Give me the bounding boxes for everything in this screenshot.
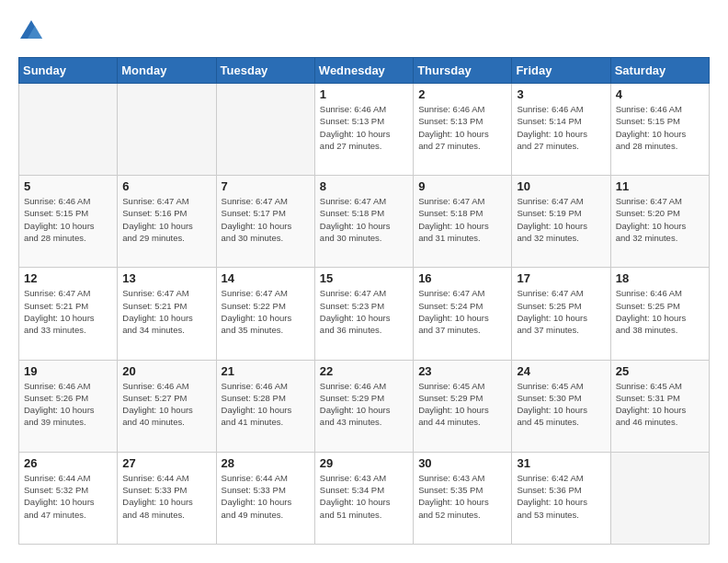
calendar-table: SundayMondayTuesdayWednesdayThursdayFrid…: [18, 57, 710, 545]
page: SundayMondayTuesdayWednesdayThursdayFrid…: [0, 0, 728, 563]
calendar-cell: 19Sunrise: 6:46 AM Sunset: 5:26 PM Dayli…: [19, 360, 118, 452]
day-number: 19: [24, 364, 112, 378]
weekday-wednesday: Wednesday: [314, 58, 413, 84]
calendar-cell: 22Sunrise: 6:46 AM Sunset: 5:29 PM Dayli…: [314, 360, 413, 452]
day-info: Sunrise: 6:46 AM Sunset: 5:15 PM Dayligh…: [616, 103, 704, 152]
day-info: Sunrise: 6:47 AM Sunset: 5:17 PM Dayligh…: [222, 195, 310, 244]
week-row-4: 19Sunrise: 6:46 AM Sunset: 5:26 PM Dayli…: [19, 360, 710, 452]
calendar-cell: 25Sunrise: 6:45 AM Sunset: 5:31 PM Dayli…: [610, 360, 709, 452]
calendar-cell: 2Sunrise: 6:46 AM Sunset: 5:13 PM Daylig…: [414, 84, 512, 176]
weekday-sunday: Sunday: [19, 58, 118, 84]
day-info: Sunrise: 6:47 AM Sunset: 5:24 PM Dayligh…: [418, 287, 506, 336]
calendar-cell: 24Sunrise: 6:45 AM Sunset: 5:30 PM Dayli…: [512, 360, 610, 452]
calendar-cell: 10Sunrise: 6:47 AM Sunset: 5:19 PM Dayli…: [512, 176, 610, 268]
day-number: 25: [616, 364, 704, 378]
calendar-cell: 1Sunrise: 6:46 AM Sunset: 5:13 PM Daylig…: [314, 84, 413, 176]
calendar-cell: 31Sunrise: 6:42 AM Sunset: 5:36 PM Dayli…: [512, 452, 610, 544]
calendar-cell: 23Sunrise: 6:45 AM Sunset: 5:29 PM Dayli…: [414, 360, 512, 452]
day-number: 22: [320, 364, 408, 378]
weekday-header-row: SundayMondayTuesdayWednesdayThursdayFrid…: [19, 58, 710, 84]
day-info: Sunrise: 6:47 AM Sunset: 5:19 PM Dayligh…: [517, 195, 605, 244]
day-info: Sunrise: 6:46 AM Sunset: 5:27 PM Dayligh…: [122, 380, 210, 429]
day-info: Sunrise: 6:42 AM Sunset: 5:36 PM Dayligh…: [517, 472, 605, 521]
day-info: Sunrise: 6:44 AM Sunset: 5:33 PM Dayligh…: [222, 472, 310, 521]
day-number: 24: [517, 364, 605, 378]
day-info: Sunrise: 6:46 AM Sunset: 5:14 PM Dayligh…: [517, 103, 605, 152]
calendar-cell: 9Sunrise: 6:47 AM Sunset: 5:18 PM Daylig…: [414, 176, 512, 268]
day-number: 15: [320, 271, 408, 285]
day-info: Sunrise: 6:46 AM Sunset: 5:15 PM Dayligh…: [24, 195, 112, 244]
day-number: 10: [517, 179, 605, 193]
calendar-cell: [118, 84, 216, 176]
calendar-cell: 6Sunrise: 6:47 AM Sunset: 5:16 PM Daylig…: [118, 176, 216, 268]
calendar-cell: 13Sunrise: 6:47 AM Sunset: 5:21 PM Dayli…: [118, 268, 216, 360]
weekday-thursday: Thursday: [414, 58, 512, 84]
calendar-cell: 5Sunrise: 6:46 AM Sunset: 5:15 PM Daylig…: [19, 176, 118, 268]
day-number: 28: [222, 456, 310, 470]
calendar-cell: 28Sunrise: 6:44 AM Sunset: 5:33 PM Dayli…: [216, 452, 314, 544]
calendar-cell: 11Sunrise: 6:47 AM Sunset: 5:20 PM Dayli…: [610, 176, 709, 268]
day-info: Sunrise: 6:47 AM Sunset: 5:25 PM Dayligh…: [517, 287, 605, 336]
day-number: 4: [616, 87, 704, 101]
day-number: 5: [24, 179, 112, 193]
calendar-cell: 18Sunrise: 6:46 AM Sunset: 5:25 PM Dayli…: [610, 268, 709, 360]
calendar-cell: 17Sunrise: 6:47 AM Sunset: 5:25 PM Dayli…: [512, 268, 610, 360]
day-number: 1: [320, 87, 408, 101]
day-info: Sunrise: 6:46 AM Sunset: 5:29 PM Dayligh…: [320, 380, 408, 429]
calendar-cell: 20Sunrise: 6:46 AM Sunset: 5:27 PM Dayli…: [118, 360, 216, 452]
calendar-cell: 8Sunrise: 6:47 AM Sunset: 5:18 PM Daylig…: [314, 176, 413, 268]
week-row-3: 12Sunrise: 6:47 AM Sunset: 5:21 PM Dayli…: [19, 268, 710, 360]
day-info: Sunrise: 6:47 AM Sunset: 5:23 PM Dayligh…: [320, 287, 408, 336]
day-number: 8: [320, 179, 408, 193]
day-info: Sunrise: 6:43 AM Sunset: 5:35 PM Dayligh…: [418, 472, 506, 521]
day-info: Sunrise: 6:46 AM Sunset: 5:13 PM Dayligh…: [320, 103, 408, 152]
day-number: 27: [122, 456, 210, 470]
calendar-cell: 21Sunrise: 6:46 AM Sunset: 5:28 PM Dayli…: [216, 360, 314, 452]
day-info: Sunrise: 6:47 AM Sunset: 5:20 PM Dayligh…: [616, 195, 704, 244]
weekday-monday: Monday: [118, 58, 216, 84]
day-info: Sunrise: 6:46 AM Sunset: 5:28 PM Dayligh…: [222, 380, 310, 429]
day-info: Sunrise: 6:45 AM Sunset: 5:31 PM Dayligh…: [616, 380, 704, 429]
day-number: 29: [320, 456, 408, 470]
day-number: 16: [418, 271, 506, 285]
calendar-cell: 16Sunrise: 6:47 AM Sunset: 5:24 PM Dayli…: [414, 268, 512, 360]
day-number: 3: [517, 87, 605, 101]
day-number: 7: [222, 179, 310, 193]
calendar-cell: 26Sunrise: 6:44 AM Sunset: 5:32 PM Dayli…: [19, 452, 118, 544]
day-info: Sunrise: 6:47 AM Sunset: 5:18 PM Dayligh…: [320, 195, 408, 244]
calendar-cell: 3Sunrise: 6:46 AM Sunset: 5:14 PM Daylig…: [512, 84, 610, 176]
logo: [18, 18, 48, 44]
day-info: Sunrise: 6:47 AM Sunset: 5:16 PM Dayligh…: [122, 195, 210, 244]
logo-icon: [18, 18, 44, 44]
day-number: 18: [616, 271, 704, 285]
day-number: 31: [517, 456, 605, 470]
day-info: Sunrise: 6:46 AM Sunset: 5:26 PM Dayligh…: [24, 380, 112, 429]
day-info: Sunrise: 6:47 AM Sunset: 5:18 PM Dayligh…: [418, 195, 506, 244]
day-number: 30: [418, 456, 506, 470]
weekday-saturday: Saturday: [610, 58, 709, 84]
day-info: Sunrise: 6:44 AM Sunset: 5:33 PM Dayligh…: [122, 472, 210, 521]
day-info: Sunrise: 6:46 AM Sunset: 5:13 PM Dayligh…: [418, 103, 506, 152]
calendar-cell: [610, 452, 709, 544]
day-info: Sunrise: 6:45 AM Sunset: 5:30 PM Dayligh…: [517, 380, 605, 429]
day-number: 11: [616, 179, 704, 193]
calendar-cell: 30Sunrise: 6:43 AM Sunset: 5:35 PM Dayli…: [414, 452, 512, 544]
week-row-2: 5Sunrise: 6:46 AM Sunset: 5:15 PM Daylig…: [19, 176, 710, 268]
calendar-cell: [216, 84, 314, 176]
calendar-cell: 29Sunrise: 6:43 AM Sunset: 5:34 PM Dayli…: [314, 452, 413, 544]
day-number: 17: [517, 271, 605, 285]
day-number: 26: [24, 456, 112, 470]
week-row-1: 1Sunrise: 6:46 AM Sunset: 5:13 PM Daylig…: [19, 84, 710, 176]
header: [18, 18, 710, 44]
day-info: Sunrise: 6:43 AM Sunset: 5:34 PM Dayligh…: [320, 472, 408, 521]
calendar-cell: [19, 84, 118, 176]
day-number: 6: [122, 179, 210, 193]
day-number: 14: [222, 271, 310, 285]
day-info: Sunrise: 6:46 AM Sunset: 5:25 PM Dayligh…: [616, 287, 704, 336]
week-row-5: 26Sunrise: 6:44 AM Sunset: 5:32 PM Dayli…: [19, 452, 710, 544]
weekday-tuesday: Tuesday: [216, 58, 314, 84]
calendar-cell: 15Sunrise: 6:47 AM Sunset: 5:23 PM Dayli…: [314, 268, 413, 360]
calendar-cell: 27Sunrise: 6:44 AM Sunset: 5:33 PM Dayli…: [118, 452, 216, 544]
day-info: Sunrise: 6:47 AM Sunset: 5:21 PM Dayligh…: [122, 287, 210, 336]
weekday-friday: Friday: [512, 58, 610, 84]
